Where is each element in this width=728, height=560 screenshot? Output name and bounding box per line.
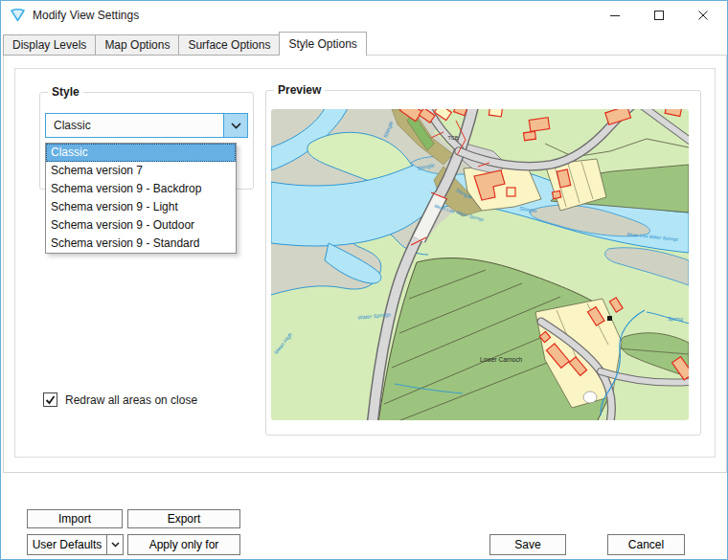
map-preview: Shingle Shingle Shingle Shingle Mean Low… (271, 109, 689, 420)
dropdown-option-classic[interactable]: Classic (46, 144, 236, 162)
minimize-button[interactable] (593, 1, 637, 30)
style-combobox[interactable]: Classic (45, 113, 248, 138)
tab-style-options[interactable]: Style Options (279, 32, 366, 56)
modify-view-settings-dialog: Modify View Settings Display Levels Map … (0, 0, 728, 560)
close-button[interactable] (681, 1, 725, 30)
window-controls (593, 1, 725, 30)
redraw-checkbox-label: Redraw all areas on close (65, 393, 197, 407)
redraw-checkbox-row: Redraw all areas on close (43, 392, 197, 407)
app-triangle-icon (10, 8, 26, 23)
titlebar[interactable]: Modify View Settings (1, 1, 727, 31)
save-button[interactable]: Save (489, 534, 566, 555)
minimize-icon (609, 10, 621, 21)
maximize-button[interactable] (637, 1, 681, 30)
style-combobox-value: Classic (54, 114, 91, 137)
style-dropdown-list: Classic Schema version 7 Schema version … (45, 143, 237, 254)
map-label-tcb: TCB (448, 135, 459, 141)
tab-surface-options[interactable]: Surface Options (178, 34, 280, 56)
dropdown-option-schema-9-outdoor[interactable]: Schema version 9 - Outdoor (46, 216, 236, 235)
close-icon (697, 10, 709, 21)
dropdown-option-schema-9-light[interactable]: Schema version 9 - Light (46, 198, 236, 216)
apply-only-for-session-button[interactable]: Apply only for Session (127, 534, 240, 555)
style-combobox-dropdown-button[interactable] (223, 114, 247, 137)
import-button[interactable]: Import (27, 509, 123, 528)
checkmark-icon (45, 394, 56, 405)
export-button[interactable]: Export (127, 509, 240, 528)
maximize-icon (653, 10, 665, 21)
dropdown-option-schema-9-standard[interactable]: Schema version 9 - Standard (46, 235, 236, 253)
cancel-button[interactable]: Cancel (607, 534, 685, 555)
user-defaults-dropdown-button[interactable] (106, 534, 124, 555)
user-defaults-button[interactable]: User Defaults (27, 534, 107, 555)
map-label-lower-carnoch: Lower Carnoch (480, 356, 522, 363)
tab-strip: Display Levels Map Options Surface Optio… (3, 32, 367, 56)
preview-group-title: Preview (274, 83, 325, 97)
dropdown-option-schema-9-backdrop[interactable]: Schema version 9 - Backdrop (46, 180, 236, 198)
redraw-checkbox[interactable] (43, 392, 57, 407)
style-group-title: Style (48, 85, 83, 99)
map-label-spring: Spring (668, 316, 684, 322)
chevron-down-icon (111, 542, 120, 548)
dropdown-option-schema-7[interactable]: Schema version 7 (46, 162, 236, 180)
tab-display-levels[interactable]: Display Levels (3, 34, 96, 56)
window-title: Modify View Settings (33, 1, 139, 31)
tab-map-options[interactable]: Map Options (95, 34, 179, 56)
chevron-down-icon (231, 123, 241, 129)
